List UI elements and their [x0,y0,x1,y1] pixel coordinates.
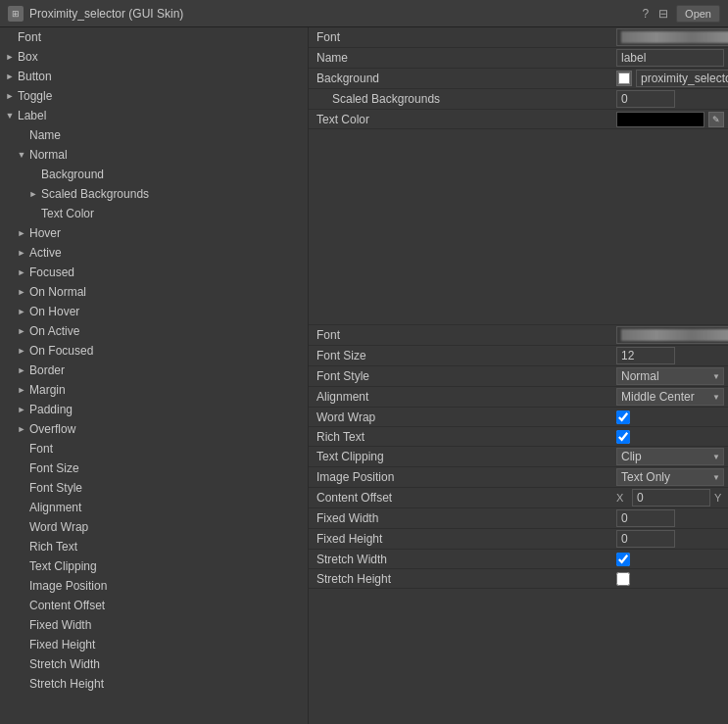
dock-button[interactable]: ⊟ [656,7,670,21]
arrow-active [16,247,27,259]
text-clipping-value: Overflow Clip [616,448,724,465]
tree-item-margin[interactable]: Margin [0,380,308,400]
rich-text-checkbox[interactable] [616,430,630,444]
font-style-label: Font Style [313,369,616,383]
label-alignment: Alignment [29,501,81,514]
font-size-input[interactable] [616,347,675,364]
tree-item-font-style[interactable]: Font Style [0,478,308,498]
tree-item-on-hover[interactable]: On Hover [0,302,308,321]
label-text-clipping: Text Clipping [29,559,97,573]
arrow-normal [16,149,27,161]
stretch-height-checkbox[interactable] [616,572,630,586]
tree-item-label[interactable]: Label [0,106,308,125]
tree-item-image-position[interactable]: Image Position [0,576,308,596]
text-color-row: Text Color ✎ [309,110,728,129]
label-content-offset: Content Offset [29,599,105,612]
arrow-stretch-width [16,658,27,670]
label-fixed-height: Fixed Height [29,638,95,652]
tree-item-on-normal[interactable]: On Normal [0,282,308,302]
tree-item-font-size[interactable]: Font Size [0,459,308,478]
tree-item-background[interactable]: Background [0,165,308,184]
font-size-label: Font Size [313,349,616,362]
font-top-blurred [621,31,728,43]
alignment-select[interactable]: Upper Left Upper Center Upper Right Midd… [616,388,724,406]
tree-item-box[interactable]: Box [0,47,308,67]
label-button: Button [18,70,52,83]
window-title: Proximity_selector (GUI Skin) [29,7,183,21]
tree-item-scaled-bg[interactable]: Scaled Backgrounds [0,184,308,204]
arrow-font-style [16,482,27,494]
background-value: proximity_selector ⊙ [616,70,728,87]
label-border: Border [29,363,65,377]
left-panel: FontBoxButtonToggleLabelNameNormalBackgr… [0,27,309,724]
text-color-eyedropper[interactable]: ✎ [708,112,724,127]
font-bottom-field [616,326,728,344]
tree-item-stretch-width[interactable]: Stretch Width [0,654,308,674]
arrow-box [4,51,16,63]
label-font-size: Font Size [29,461,79,475]
arrow-text-clipping [16,560,27,572]
tree-item-text-clipping[interactable]: Text Clipping [0,556,308,576]
label-name-value [616,49,724,67]
arrow-border [16,364,27,376]
text-clipping-select[interactable]: Overflow Clip [616,448,724,465]
font-bottom-row: Font ⊙ [309,325,728,346]
content-offset-inputs: X Y [616,489,728,507]
tree-item-on-focused[interactable]: On Focused [0,341,308,361]
text-clipping-row: Text Clipping Overflow Clip [309,447,728,467]
tree-item-stretch-height[interactable]: Stretch Height [0,674,308,694]
tree-item-toggle[interactable]: Toggle [0,86,308,106]
scaled-bg-label: Scaled Backgrounds [313,92,616,106]
text-color-swatch[interactable] [616,112,704,127]
label-rich-text: Rich Text [29,540,77,554]
arrow-on-focused [16,345,27,357]
tree-item-alignment[interactable]: Alignment [0,498,308,517]
label-focused: Focused [29,265,74,279]
tree-item-normal[interactable]: Normal [0,145,308,165]
tree-item-fixed-height[interactable]: Fixed Height [0,635,308,654]
word-wrap-checkbox[interactable] [616,410,630,424]
image-position-wrapper: Image Left Image Above Image Right Image… [616,468,724,486]
tree-item-overflow[interactable]: Overflow [0,419,308,439]
tree-item-word-wrap[interactable]: Word Wrap [0,517,308,537]
stretch-width-checkbox[interactable] [616,553,630,566]
image-position-select[interactable]: Image Left Image Above Image Right Image… [616,468,724,486]
label-on-focused: On Focused [29,344,93,358]
fixed-width-input[interactable] [616,509,675,527]
label-word-wrap: Word Wrap [29,520,88,534]
fixed-width-row: Fixed Width [309,508,728,529]
font-style-select[interactable]: Normal Bold Italic BoldAndItalic [616,367,724,385]
arrow-on-normal [16,286,27,298]
tree-item-label-name[interactable]: Name [0,125,308,145]
tree-item-fixed-width[interactable]: Fixed Width [0,615,308,635]
text-color-label: Text Color [313,113,616,126]
stretch-width-value [616,553,724,566]
tree-item-content-offset[interactable]: Content Offset [0,596,308,615]
scaled-bg-input[interactable] [616,90,675,108]
arrow-hover [16,227,27,239]
arrow-fixed-width [16,619,27,631]
tree-item-border[interactable]: Border [0,361,308,380]
tree-item-focused[interactable]: Focused [0,263,308,282]
font-bottom-ref: ⊙ [616,326,728,344]
open-button[interactable]: Open [676,5,720,23]
tree-item-rich-text[interactable]: Rich Text [0,537,308,556]
tree-item-active[interactable]: Active [0,243,308,263]
stretch-height-value [616,572,724,586]
label-active: Active [29,246,62,260]
fixed-height-row: Fixed Height [309,529,728,550]
label-name-input[interactable] [616,49,724,67]
label-on-normal: On Normal [29,285,86,299]
tree-item-font-top[interactable]: Font [0,27,308,47]
font-top-value: ⊙ [616,28,728,46]
help-button[interactable]: ? [640,7,651,21]
content-offset-x-input[interactable] [632,489,710,507]
fixed-height-input[interactable] [616,530,675,548]
tree-item-hover[interactable]: Hover [0,223,308,243]
tree-item-button[interactable]: Button [0,67,308,86]
tree-item-font-bottom[interactable]: Font [0,439,308,459]
fixed-height-value [616,530,724,548]
tree-item-on-active[interactable]: On Active [0,321,308,341]
tree-item-padding[interactable]: Padding [0,400,308,419]
tree-item-text-color[interactable]: Text Color [0,204,308,223]
